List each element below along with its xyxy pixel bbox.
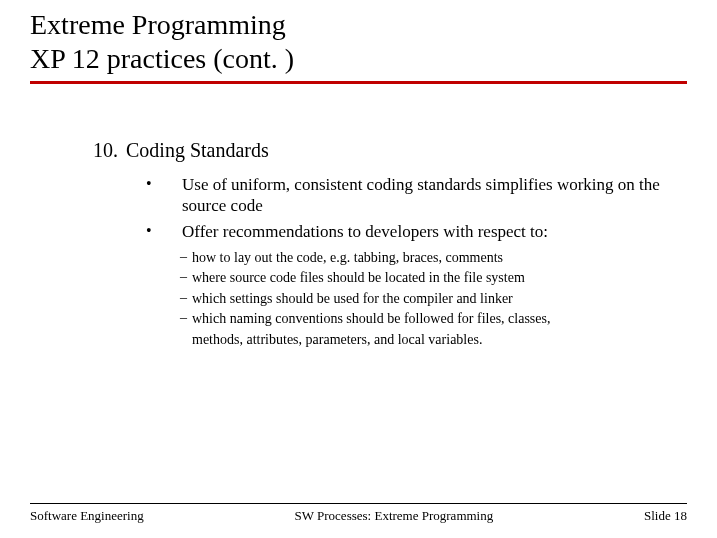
title-line-1: Extreme Programming: [30, 8, 717, 42]
dash-text: where source code files should be locate…: [192, 269, 525, 287]
bullet-list: • Use of uniform, consistent coding stan…: [78, 170, 687, 242]
bullet-item: • Use of uniform, consistent coding stan…: [146, 174, 687, 217]
numbered-item: 10. Coding Standards: [78, 139, 687, 162]
dash-text: how to lay out the code, e.g. tabbing, b…: [192, 249, 503, 267]
footer-right: Slide 18: [644, 508, 687, 524]
dash-icon: –: [180, 249, 192, 265]
dash-item: – how to lay out the code, e.g. tabbing,…: [180, 249, 687, 267]
item-number: 10.: [78, 139, 118, 162]
dash-item: – which settings should be used for the …: [180, 290, 687, 308]
footer-left: Software Engineering: [30, 508, 144, 524]
bullet-item: • Offer recommendations to developers wi…: [146, 221, 687, 242]
dash-text: which settings should be used for the co…: [192, 290, 513, 308]
dash-item: – where source code files should be loca…: [180, 269, 687, 287]
footer-divider: [30, 503, 687, 504]
dash-item: – which naming conventions should be fol…: [180, 310, 687, 328]
bullet-icon: •: [146, 174, 182, 193]
bullet-text: Offer recommendations to developers with…: [182, 221, 554, 242]
dash-text: which naming conventions should be follo…: [192, 310, 550, 328]
title-area: Extreme Programming XP 12 practices (con…: [0, 0, 717, 75]
footer-mid: SW Processes: Extreme Programming: [144, 508, 644, 524]
title-line-2: XP 12 practices (cont. ): [30, 42, 717, 76]
dash-icon: –: [180, 290, 192, 306]
slide: Extreme Programming XP 12 practices (con…: [0, 0, 717, 538]
dash-list: – how to lay out the code, e.g. tabbing,…: [78, 246, 687, 328]
content-area: 10. Coding Standards • Use of uniform, c…: [0, 84, 717, 348]
dash-icon: –: [180, 269, 192, 285]
bullet-text: Use of uniform, consistent coding standa…: [182, 174, 687, 217]
bullet-icon: •: [146, 221, 182, 240]
footer-row: Software Engineering SW Processes: Extre…: [30, 508, 687, 524]
dash-icon: –: [180, 310, 192, 326]
footer: Software Engineering SW Processes: Extre…: [30, 503, 687, 524]
item-title: Coding Standards: [126, 139, 269, 162]
dash-text-continuation: methods, attributes, parameters, and loc…: [78, 331, 687, 349]
